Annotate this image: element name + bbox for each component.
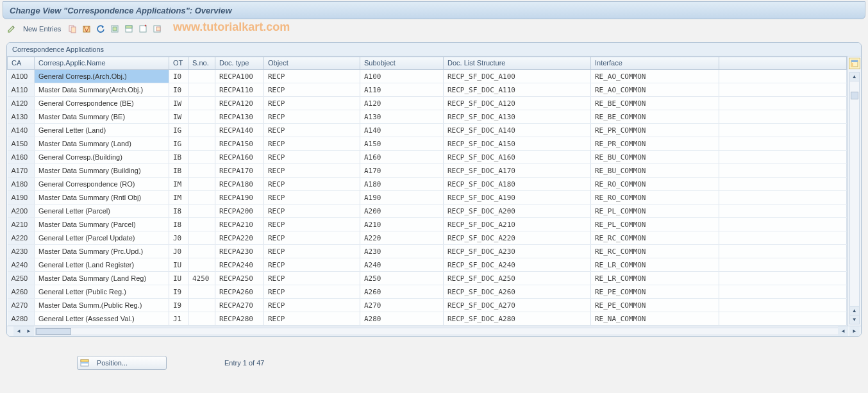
horizontal-scrollbar[interactable]: ◄ ► ◄ ►	[7, 326, 861, 336]
new-entries-button[interactable]: New Entries	[21, 25, 63, 33]
cell-ca[interactable]: A170	[8, 164, 35, 178]
deselect-all-icon[interactable]	[138, 24, 148, 34]
cell-spacer[interactable]	[719, 124, 847, 137]
scroll-left-icon[interactable]: ◄	[13, 326, 24, 336]
table-row[interactable]: A110Master Data Summary(Arch.Obj.)I0RECP…	[8, 83, 847, 97]
cell-spacer[interactable]	[719, 218, 847, 231]
cell-interface[interactable]: RE_NA_COMMON	[591, 312, 719, 326]
cell-ca[interactable]: A220	[8, 231, 35, 245]
cell-interface[interactable]: RE_RC_COMMON	[591, 231, 719, 245]
cell-interface[interactable]: RE_BE_COMMON	[591, 110, 719, 124]
cell-name[interactable]: Master Data Summary(Arch.Obj.)	[35, 83, 169, 97]
cell-object[interactable]: RECP	[264, 178, 360, 191]
cell-spacer[interactable]	[719, 70, 847, 83]
cell-subobject[interactable]: A200	[360, 205, 444, 218]
cell-sno[interactable]	[188, 218, 215, 231]
cell-name[interactable]: General Letter (Parcel Update)	[35, 231, 169, 245]
cell-ca[interactable]: A150	[8, 137, 35, 151]
col-header-ot[interactable]: OT	[169, 57, 188, 70]
scroll-down-arrow-icon[interactable]: ▼	[850, 315, 859, 324]
cell-ca[interactable]: A200	[8, 205, 35, 218]
cell-ot[interactable]: J0	[169, 245, 188, 258]
cell-object[interactable]: RECP	[264, 312, 360, 326]
cell-ca[interactable]: A130	[8, 110, 35, 124]
cell-ca[interactable]: A230	[8, 245, 35, 258]
cell-name[interactable]: General Letter (Parcel)	[35, 205, 169, 218]
cell-ot[interactable]: IU	[169, 258, 188, 272]
cell-interface[interactable]: RE_AO_COMMON	[591, 70, 719, 83]
cell-subobject[interactable]: A210	[360, 218, 444, 231]
cell-dls[interactable]: RECP_SF_DOC_A230	[444, 245, 591, 258]
cell-ot[interactable]: IM	[169, 191, 188, 205]
scroll-up-icon[interactable]: ▲	[850, 72, 859, 81]
cell-ca[interactable]: A120	[8, 97, 35, 110]
cell-subobject[interactable]: A160	[360, 151, 444, 164]
cell-sno[interactable]	[188, 151, 215, 164]
cell-dls[interactable]: RECP_SF_DOC_A150	[444, 137, 591, 151]
cell-subobject[interactable]: A150	[360, 137, 444, 151]
cell-doctype[interactable]: RECPA230	[215, 245, 264, 258]
cell-spacer[interactable]	[719, 191, 847, 205]
cell-interface[interactable]: RE_RO_COMMON	[591, 178, 719, 191]
cell-name[interactable]: General Letter (Land)	[35, 124, 169, 137]
cell-name[interactable]: Master Data Summary (Land Reg)	[35, 272, 169, 285]
cell-ot[interactable]: I9	[169, 285, 188, 299]
cell-object[interactable]: RECP	[264, 258, 360, 272]
delete-icon[interactable]	[81, 24, 92, 34]
cell-doctype[interactable]: RECPA280	[215, 312, 264, 326]
cell-doctype[interactable]: RECPA150	[215, 137, 264, 151]
select-all-icon[interactable]	[110, 24, 120, 34]
cell-object[interactable]: RECP	[264, 164, 360, 178]
cell-subobject[interactable]: A180	[360, 178, 444, 191]
cell-dls[interactable]: RECP_SF_DOC_A140	[444, 124, 591, 137]
scroll-down-icon[interactable]: ▲	[850, 306, 859, 315]
cell-spacer[interactable]	[719, 178, 847, 191]
cell-dls[interactable]: RECP_SF_DOC_A210	[444, 218, 591, 231]
cell-subobject[interactable]: A260	[360, 285, 444, 299]
cell-dls[interactable]: RECP_SF_DOC_A220	[444, 231, 591, 245]
cell-ca[interactable]: A210	[8, 218, 35, 231]
cell-ot[interactable]: I0	[169, 70, 188, 83]
cell-name[interactable]: Master Data Summary (Prc.Upd.)	[35, 245, 169, 258]
configuration-help-icon[interactable]	[152, 24, 162, 34]
cell-doctype[interactable]: RECPA190	[215, 191, 264, 205]
cell-name[interactable]: Master Data Summ.(Public Reg.)	[35, 299, 169, 312]
cell-sno[interactable]	[188, 70, 215, 83]
cell-subobject[interactable]: A230	[360, 245, 444, 258]
cell-sno[interactable]	[188, 245, 215, 258]
cell-ca[interactable]: A140	[8, 124, 35, 137]
cell-doctype[interactable]: RECPA120	[215, 97, 264, 110]
cell-name[interactable]: Master Data Summary (Building)	[35, 164, 169, 178]
cell-sno[interactable]	[188, 231, 215, 245]
cell-spacer[interactable]	[719, 164, 847, 178]
cell-sno[interactable]	[188, 124, 215, 137]
cell-interface[interactable]: RE_PR_COMMON	[591, 124, 719, 137]
cell-interface[interactable]: RE_PR_COMMON	[591, 137, 719, 151]
col-header-object[interactable]: Object	[264, 57, 360, 70]
cell-sno[interactable]	[188, 83, 215, 97]
cell-object[interactable]: RECP	[264, 97, 360, 110]
cell-spacer[interactable]	[719, 137, 847, 151]
cell-dls[interactable]: RECP_SF_DOC_A260	[444, 285, 591, 299]
hscroll-thumb[interactable]	[36, 328, 71, 335]
cell-spacer[interactable]	[719, 285, 847, 299]
cell-dls[interactable]: RECP_SF_DOC_A110	[444, 83, 591, 97]
cell-ot[interactable]: IW	[169, 97, 188, 110]
table-row[interactable]: A150Master Data Summary (Land)IGRECPA150…	[8, 137, 847, 151]
cell-ca[interactable]: A250	[8, 272, 35, 285]
col-header-subobject[interactable]: Subobject	[360, 57, 444, 70]
copy-as-icon[interactable]	[67, 24, 78, 34]
cell-name[interactable]: General Correspondence (BE)	[35, 97, 169, 110]
cell-dls[interactable]: RECP_SF_DOC_A190	[444, 191, 591, 205]
cell-object[interactable]: RECP	[264, 110, 360, 124]
cell-subobject[interactable]: A280	[360, 312, 444, 326]
cell-sno[interactable]	[188, 137, 215, 151]
cell-interface[interactable]: RE_LR_COMMON	[591, 258, 719, 272]
cell-doctype[interactable]: RECPA200	[215, 205, 264, 218]
cell-name[interactable]: Master Data Summary (Land)	[35, 137, 169, 151]
cell-interface[interactable]: RE_BE_COMMON	[591, 97, 719, 110]
cell-sno[interactable]	[188, 191, 215, 205]
col-header-sno[interactable]: S.no.	[188, 57, 215, 70]
cell-ot[interactable]: IG	[169, 124, 188, 137]
cell-spacer[interactable]	[719, 299, 847, 312]
